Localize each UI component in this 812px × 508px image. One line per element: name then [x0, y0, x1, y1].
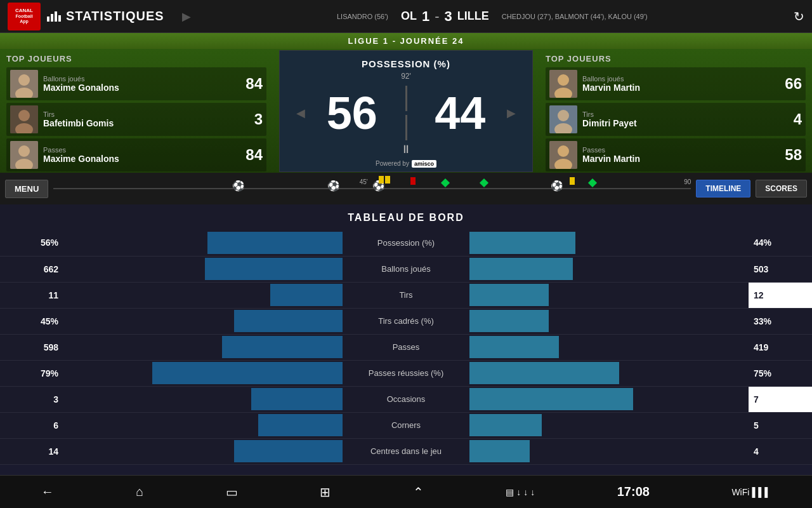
right-avatar-3 — [549, 141, 577, 169]
right-val-1: 503 — [749, 256, 812, 282]
left-avatar-2 — [10, 105, 38, 133]
bar-fill-left-6 — [251, 388, 343, 410]
tableau-title: TABLEAU DE BORD — [0, 204, 812, 230]
left-player-row-3: Passes Maxime Gonalons 84 — [6, 138, 266, 171]
canal-logo: CANAL Football App — [8, 3, 41, 30]
right-player-name-3: Marvin Martin — [582, 154, 776, 164]
left-stat-type-1: Ballons joués — [43, 75, 237, 83]
center-label-2: Tirs — [343, 282, 469, 308]
right-player-name-1: Marvin Martin — [582, 83, 776, 93]
bar-fill-left-5 — [152, 362, 343, 384]
possession-title: POSSESSION (%) — [290, 58, 522, 69]
red-card-1 — [410, 177, 416, 185]
up-chevron[interactable]: ⌃ — [413, 485, 424, 500]
left-player-info-2: Tirs Bafetimbi Gomis — [43, 110, 237, 128]
possession-numbers: ◀ 56 44 ▶ — [290, 86, 522, 140]
back-button[interactable]: ← — [41, 485, 54, 499]
score-section: LISANDRO (56') OL 1 - 3 LILLE CHEDJOU (2… — [191, 8, 794, 25]
poss-left-num: 56 — [327, 87, 377, 139]
recent-apps-button[interactable]: ▭ — [226, 485, 238, 500]
right-bar-6 — [469, 386, 749, 412]
score-main: OL 1 - 3 LILLE — [401, 8, 489, 25]
stats-row-6: 3 Occasions 7 — [0, 386, 812, 412]
right-player-info-2: Tirs Dimitri Payet — [582, 110, 776, 128]
right-player-score-1: 66 — [776, 75, 802, 93]
center-label-6: Occasions — [343, 386, 469, 412]
menu-button[interactable]: MENU — [5, 180, 48, 198]
center-label-4: Passes — [343, 334, 469, 360]
bar-fill-left-0 — [207, 232, 343, 254]
stats-table: 56% Possession (%) 44% 662 Ballons joués… — [0, 230, 812, 465]
top-joueurs-section: TOP JOUEURS Ballons joués Maxime Gonalon… — [0, 49, 812, 173]
svg-point-13 — [558, 110, 569, 121]
right-val-2: 12 — [749, 282, 812, 308]
time-display: 17:08 — [617, 485, 650, 499]
poss-right-arrow: ▶ — [507, 106, 516, 120]
stats-icon — [47, 11, 61, 22]
wifi-icon: WiFi — [731, 487, 749, 497]
screenshot-button[interactable]: ⊞ — [320, 485, 331, 500]
bar-fill-left-3 — [234, 310, 343, 332]
left-val-5: 79% — [0, 360, 63, 386]
left-player-score-1: 84 — [237, 75, 263, 93]
download-icon-2: ↓ — [523, 487, 528, 497]
poss-controls: ⏸ — [290, 143, 522, 156]
stats-row-1: 662 Ballons joués 503 — [0, 256, 812, 282]
top-joueurs-right-header: TOP JOUEURS — [546, 54, 806, 64]
top-joueurs-right: TOP JOUEURS Ballons joués Marvin Martin … — [539, 49, 812, 173]
ligue-banner: LIGUE 1 - JOURNÉE 24 — [0, 33, 812, 49]
right-val-0: 44% — [749, 230, 812, 256]
timeline-track: 45' 90 ⚽ ⚽ ⚽ ⚽ — [53, 178, 691, 199]
timeline-label-45: 45' — [360, 178, 368, 185]
bar-fill-left-2 — [270, 284, 343, 306]
stats-row-3: 45% Tirs cadrés (%) 33% — [0, 308, 812, 334]
right-player-row-3: Passes Marvin Martin 58 — [546, 138, 806, 171]
right-bar-5 — [469, 360, 749, 386]
amisco-logo: amisco — [412, 160, 436, 168]
refresh-button[interactable]: ↻ — [794, 9, 804, 24]
left-player-info-1: Ballons joués Maxime Gonalons — [43, 75, 237, 93]
right-bar-2 — [469, 282, 749, 308]
bar-fill-left-7 — [258, 414, 343, 436]
scorer-right: CHEDJOU (27'), BALMONT (44'), KALOU (49'… — [502, 13, 648, 20]
left-avatar-3 — [10, 141, 38, 169]
timeline-button[interactable]: TIMELINE — [696, 180, 750, 197]
stats-row-5: 79% Passes réussies (%) 75% — [0, 360, 812, 386]
bar-fill-right-0 — [469, 232, 575, 254]
scores-button[interactable]: SCORES — [756, 180, 807, 197]
right-bar-1 — [469, 256, 749, 282]
left-bar-0 — [63, 230, 343, 256]
left-val-7: 6 — [0, 412, 63, 438]
left-val-0: 56% — [0, 230, 63, 256]
center-label-8: Centres dans le jeu — [343, 438, 469, 464]
tl-markers-yellow — [379, 176, 390, 184]
top-bar: CANAL Football App STATISTIQUES ▶ LISAND… — [0, 0, 812, 33]
poss-separator-top — [405, 86, 407, 111]
right-bar-4 — [469, 334, 749, 360]
poss-right-num: 44 — [435, 87, 485, 139]
home-button[interactable]: ⌂ — [136, 485, 143, 499]
download-icon-3: ↓ — [530, 487, 535, 497]
left-player-name-1: Maxime Gonalons — [43, 83, 237, 93]
top-joueurs-left-header: TOP JOUEURS — [6, 54, 266, 64]
poss-pause-icon[interactable]: ⏸ — [400, 143, 412, 156]
stats-row-7: 6 Corners 5 — [0, 412, 812, 438]
tl-event-ball-4: ⚽ — [551, 180, 563, 192]
left-val-2: 11 — [0, 282, 63, 308]
left-val-6: 3 — [0, 386, 63, 412]
left-bar-3 — [63, 308, 343, 334]
right-stat-type-1: Ballons joués — [582, 75, 776, 83]
left-player-name-2: Bafetimbi Gomis — [43, 118, 237, 128]
left-bar-1 — [63, 256, 343, 282]
tl-event-ball-2: ⚽ — [327, 180, 340, 192]
stats-row-0: 56% Possession (%) 44% — [0, 230, 812, 256]
right-val-3: 33% — [749, 308, 812, 334]
score-separator: - — [435, 8, 439, 25]
notification-icon: ▤ — [506, 487, 514, 497]
substitution-1 — [480, 178, 488, 187]
bottom-nav: ← ⌂ ▭ ⊞ ⌃ ▤ ↓ ↓ ↓ 17:08 WiFi ▌▌▌ — [0, 475, 812, 508]
bar-fill-right-5 — [469, 362, 619, 384]
right-player-score-2: 4 — [776, 110, 802, 128]
center-label-7: Corners — [343, 412, 469, 438]
bar-fill-right-6 — [469, 388, 633, 410]
